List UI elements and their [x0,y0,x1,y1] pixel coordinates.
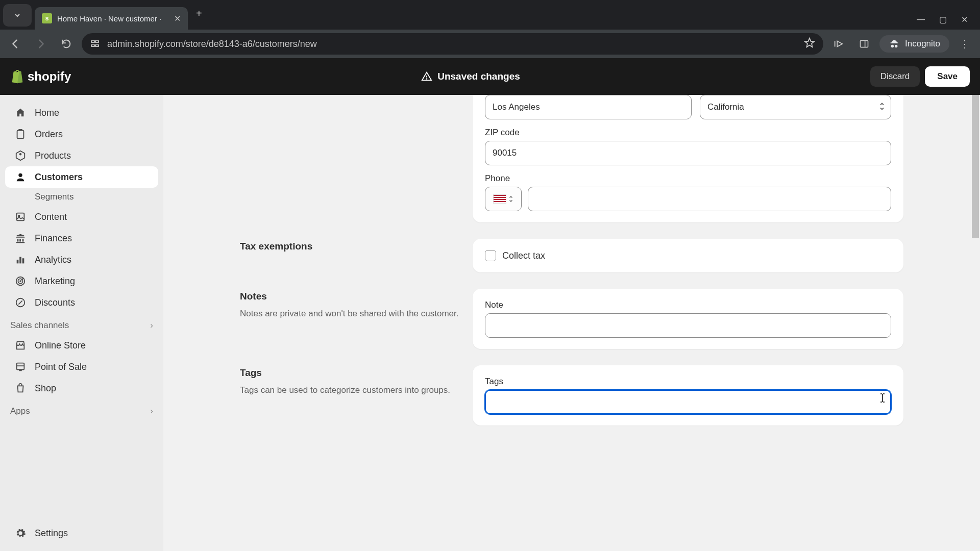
sidebar-item-label: Products [35,151,71,161]
logo-text: shopify [28,69,71,84]
tags-label: Tags [485,377,891,387]
svg-point-10 [18,173,22,177]
media-control-icon[interactable] [828,34,849,54]
sidebar-item-customers[interactable]: Customers [5,166,158,188]
sidebar-item-label: Content [35,212,67,222]
tags-section-title: Tags [240,367,459,379]
url-text: admin.shopify.com/store/de8143-a6/custom… [107,39,317,49]
incognito-label: Incognito [905,39,940,49]
svg-rect-8 [17,131,24,139]
side-panel-icon[interactable] [854,34,874,54]
collect-tax-label: Collect tax [502,251,545,261]
city-input[interactable] [485,95,692,119]
note-label: Note [485,300,891,310]
tab-close-button[interactable]: ✕ [174,14,181,23]
browser-menu-button[interactable]: ⋮ [954,34,975,54]
tab-title: Home Haven · New customer · [57,14,161,23]
sidebar-item-orders[interactable]: Orders [5,123,158,145]
new-tab-button[interactable]: + [188,8,210,19]
sidebar-item-products[interactable]: Products [5,145,158,166]
sidebar-apps-header[interactable]: Apps› [0,399,163,420]
tags-card: Tags [473,365,903,425]
save-button[interactable]: Save [925,66,970,87]
sidebar-item-label: Discounts [35,297,75,308]
finances-icon [14,232,27,244]
svg-rect-20 [17,363,24,370]
zip-label: ZIP code [485,128,891,138]
sidebar-channel-shop[interactable]: Shop [5,378,158,399]
tax-section-title: Tax exemptions [240,241,459,252]
sidebar-item-label: Marketing [35,276,75,287]
note-input[interactable] [485,313,891,338]
site-settings-icon[interactable] [90,39,100,49]
sidebar-item-home[interactable]: Home [5,102,158,123]
us-flag-icon [493,194,506,204]
analytics-icon [14,254,27,266]
sidebar-item-discounts[interactable]: Discounts [5,292,158,313]
scrollbar-thumb[interactable] [972,95,979,238]
minimize-button[interactable]: — [917,15,925,24]
collect-tax-checkbox[interactable] [485,250,496,261]
sidebar-item-marketing[interactable]: Marketing [5,270,158,292]
svg-rect-15 [22,258,24,263]
sidebar-item-label: Shop [35,383,56,394]
reload-button[interactable] [56,34,77,54]
sidebar-channel-pos[interactable]: Point of Sale [5,356,158,378]
sidebar-item-label: Finances [35,233,72,244]
tags-input[interactable] [485,390,891,414]
sidebar-item-finances[interactable]: Finances [5,228,158,249]
sidebar-item-content[interactable]: Content [5,206,158,228]
state-select[interactable] [700,95,891,119]
home-icon [14,107,27,119]
sidebar-item-label: Settings [35,528,68,539]
sidebar-item-settings[interactable]: Settings [5,522,158,544]
address-bar[interactable]: admin.shopify.com/store/de8143-a6/custom… [82,33,823,55]
svg-point-12 [18,215,20,217]
svg-rect-1 [95,41,99,42]
customers-icon [14,171,27,183]
sidebar-channel-online-store[interactable]: Online Store [5,335,158,356]
svg-point-18 [20,281,21,282]
sidebar-subitem-segments[interactable]: Segments [5,188,158,206]
sidebar-item-label: Home [35,108,59,118]
browser-tab[interactable]: s Home Haven · New customer · ✕ [35,7,188,30]
incognito-badge[interactable]: Incognito [879,35,949,53]
products-icon [14,149,27,162]
chevron-right-icon: › [150,406,153,416]
browser-tab-strip: s Home Haven · New customer · ✕ + — ▢ ✕ [0,0,980,30]
app-topbar: shopify Unsaved changes Discard Save [0,58,980,95]
close-window-button[interactable]: ✕ [961,15,968,24]
svg-rect-0 [91,41,94,42]
unsaved-changes-label: Unsaved changes [437,71,520,82]
address-card: ZIP code Phone [473,95,903,222]
sidebar-item-label: Online Store [35,340,86,351]
maximize-button[interactable]: ▢ [939,15,947,24]
sidebar-item-label: Point of Sale [35,362,87,372]
svg-point-7 [427,79,427,79]
store-icon [14,339,27,352]
warning-icon [421,71,432,82]
phone-country-select[interactable] [485,187,522,211]
orders-icon [14,128,27,140]
sidebar-sales-channels-header[interactable]: Sales channels› [0,313,163,335]
notes-section-desc: Notes are private and won't be shared wi… [240,307,459,320]
sidebar-item-label: Analytics [35,255,71,265]
chevron-right-icon: › [150,320,153,331]
svg-rect-3 [95,45,99,46]
svg-rect-13 [17,260,19,263]
vertical-scrollbar[interactable] [971,95,980,551]
bookmark-icon[interactable] [804,37,815,51]
notes-card: Note [473,289,903,349]
zip-input[interactable] [485,141,891,165]
tab-search-button[interactable] [3,4,32,27]
shopify-logo[interactable]: shopify [10,69,71,84]
phone-input[interactable] [528,187,891,211]
sidebar-item-analytics[interactable]: Analytics [5,249,158,270]
shopify-bag-icon [10,69,24,84]
marketing-icon [14,275,27,287]
forward-button[interactable] [31,34,51,54]
sidebar-item-label: Orders [35,129,63,140]
back-button[interactable] [5,34,26,54]
shop-icon [14,382,27,394]
discard-button[interactable]: Discard [870,66,920,87]
